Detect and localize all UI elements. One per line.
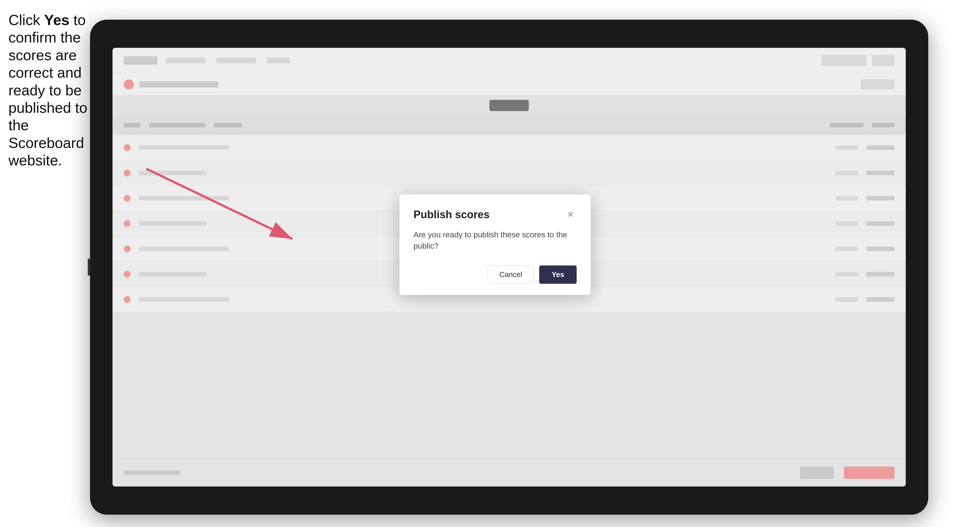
tablet: Publish scores × Are you ready to publis… bbox=[90, 20, 928, 514]
yes-button[interactable]: Yes bbox=[539, 265, 577, 284]
modal-title: Publish scores bbox=[414, 209, 490, 221]
modal-overlay: Publish scores × Are you ready to publis… bbox=[113, 48, 906, 486]
modal-dialog: Publish scores × Are you ready to publis… bbox=[399, 194, 591, 295]
modal-body: Are you ready to publish these scores to… bbox=[414, 229, 577, 251]
modal-footer: Cancel Yes bbox=[414, 265, 577, 284]
modal-close-button[interactable]: × bbox=[564, 208, 577, 221]
cancel-button[interactable]: Cancel bbox=[488, 265, 534, 284]
tablet-screen: Publish scores × Are you ready to publis… bbox=[113, 48, 906, 486]
modal-header: Publish scores × bbox=[414, 208, 577, 221]
instruction-text: Click Yes to confirm the scores are corr… bbox=[8, 11, 90, 169]
tablet-side-button bbox=[88, 259, 90, 276]
